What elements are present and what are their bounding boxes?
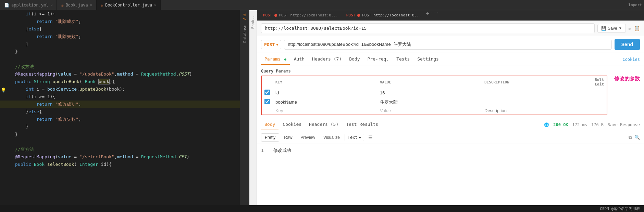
tab-close-icon[interactable]: ✕ (50, 3, 52, 7)
tab-book-java[interactable]: ☕ Book.java ✕ (57, 0, 96, 10)
param-desc-new[interactable] (484, 108, 583, 113)
code-line: } (0, 131, 240, 138)
method-label: POST (264, 42, 275, 47)
code-content: if(i >= 1){ return "删除成功"; }else{ return… (0, 10, 240, 168)
tab-body[interactable]: Body (346, 54, 363, 65)
cookie-link[interactable]: Cookies (622, 57, 640, 62)
th-bulk-edit[interactable]: Bulk Edit (586, 76, 607, 88)
resp-tab-test-results[interactable]: Test Results (343, 119, 382, 130)
tab-label: application.yml (11, 3, 48, 8)
code-line-bulb: int i = bookService.updateBook(book); 💡 (0, 85, 240, 93)
edit-icon[interactable]: ✏️ (629, 26, 631, 31)
current-url-display: http://localhost:8080/selectBook?id=15 (261, 23, 595, 33)
format-select-dropdown-icon: ▼ (359, 136, 361, 140)
bulb-icon: 💡 (1, 87, 6, 94)
code-line-annotation: @RequestMapping(value = "/updateBook",me… (0, 70, 240, 78)
book-vert-tab[interactable]: Book... (250, 12, 256, 30)
code-line (0, 138, 240, 146)
tab-params[interactable]: Params (261, 54, 290, 65)
code-line: }else{ (0, 108, 240, 116)
param-key-new[interactable] (275, 108, 374, 113)
copy-icon[interactable]: 📋 (634, 26, 640, 31)
code-line: }else{ (0, 25, 240, 33)
code-editor[interactable]: if(i >= 1){ return "删除成功"; }else{ return… (0, 10, 240, 205)
postman-top-tabs: POST POST http://localhost:8... POST POS… (257, 10, 644, 21)
import-label[interactable]: Import (626, 3, 644, 7)
tab-book-controller-java[interactable]: ☕ BookController.java ✕ (97, 0, 161, 10)
code-line: return "修改失败"; (0, 116, 240, 123)
copy-response-icon[interactable]: ⧉ (629, 135, 632, 140)
param-key-id[interactable] (275, 90, 374, 95)
tab-application-yml[interactable]: 📄 application.yml ✕ (0, 0, 57, 10)
tab-prereq[interactable]: Pre-req. (364, 54, 393, 65)
tab-settings[interactable]: Settings (414, 54, 442, 65)
java-active-icon: ☕ (101, 3, 103, 8)
param-checkbox-id[interactable] (264, 90, 270, 95)
java-icon: ☕ (61, 3, 63, 8)
code-line-method: public String updateBook( Book book){ (0, 78, 240, 85)
table-row-empty (262, 107, 607, 115)
format-align-icon[interactable]: ☰ (368, 135, 373, 140)
postman-vert-strip: Book... (249, 10, 257, 205)
tab-close-icon[interactable]: ✕ (154, 3, 156, 7)
param-value-bookname[interactable] (380, 100, 479, 105)
add-tab-button[interactable]: + (426, 10, 429, 20)
query-params-section: Query Params KEY VALUE DESCRIPTION Bulk … (257, 66, 644, 118)
response-content: 1 修改成功 (257, 144, 644, 205)
table-row (262, 97, 607, 107)
tab-label: BookController.java (105, 3, 152, 8)
request-url-input[interactable] (284, 40, 611, 50)
bottom-bar: CSDN @这个名字先用着 (0, 205, 644, 212)
param-value-new[interactable] (380, 108, 479, 113)
format-pretty-button[interactable]: Pretty (261, 133, 279, 142)
code-line-method2: public Book selectBook( Integer id){ (0, 161, 240, 168)
tab-close-icon[interactable]: ✕ (90, 3, 92, 7)
code-line-highlighted: return "修改成功"; (0, 101, 240, 108)
response-tabs-row: Body Cookies Headers (5) Test Results 🌐 … (257, 118, 644, 131)
annotation-text: 修改的参数 (614, 76, 640, 82)
pm-dot-2 (357, 14, 360, 17)
th-check (262, 76, 273, 88)
th-value: VALUE (377, 76, 482, 88)
tab-label: Book.java (66, 3, 88, 8)
resp-tab-body[interactable]: Body (261, 119, 278, 130)
param-key-bookname[interactable] (275, 100, 374, 105)
pm-top-tab-2[interactable]: POST POST http://localhost:8... (343, 10, 425, 20)
method-dropdown-icon: ▼ (276, 43, 278, 47)
post-label-1: POST (263, 13, 272, 17)
resp-tab-cookies[interactable]: Cookies (279, 119, 305, 130)
th-description: DESCRIPTION (482, 76, 586, 88)
pm-top-tab-1[interactable]: POST POST http://localhost:8... (260, 10, 342, 20)
response-line: 1 修改成功 (261, 147, 640, 154)
code-line-comment2: //查方法 (0, 146, 240, 153)
tab-auth[interactable]: Auth (290, 54, 308, 65)
save-response-button[interactable]: Save Response (608, 122, 640, 127)
more-tabs-button[interactable]: ··· (431, 10, 439, 20)
resp-tab-headers[interactable]: Headers (5) (306, 119, 342, 130)
method-select[interactable]: POST ▼ (261, 40, 281, 49)
tab-headers[interactable]: Headers (7) (309, 54, 345, 65)
params-red-border: KEY VALUE DESCRIPTION Bulk Edit (261, 76, 607, 115)
request-tabs-row: Params Auth Headers (7) Body Pre-req. Te… (257, 53, 644, 66)
param-desc-id[interactable] (484, 90, 583, 95)
code-line: if(i >= 1){ (0, 93, 240, 101)
tab-tests[interactable]: Tests (393, 54, 413, 65)
param-checkbox-bookname[interactable] (264, 99, 270, 104)
save-button[interactable]: 💾 Save ▼ (597, 24, 626, 33)
format-type-select[interactable]: Text ▼ (345, 134, 364, 141)
ant-tool-btn[interactable]: Ant (242, 12, 248, 21)
database-tool-btn[interactable]: Database (242, 23, 248, 44)
response-status: 🌐 200 OK 172 ms 176 B Save Response (544, 122, 640, 127)
send-button[interactable]: Send (615, 39, 640, 50)
right-panel: Book... POST POST http://localhost:8... … (249, 10, 644, 205)
format-preview-button[interactable]: Preview (297, 134, 319, 141)
side-tools-strip: Ant Database (240, 10, 249, 205)
save-dropdown-icon[interactable]: ▼ (619, 26, 622, 30)
param-desc-bookname[interactable] (484, 100, 583, 105)
format-raw-button[interactable]: Raw (281, 134, 296, 141)
param-value-id[interactable] (380, 90, 479, 95)
search-response-icon[interactable]: 🔍 (634, 135, 640, 140)
pm-url-2: POST http://localhost:8... (362, 13, 421, 17)
save-icon: 💾 (601, 26, 606, 31)
format-visualize-button[interactable]: Visualize (320, 134, 343, 141)
